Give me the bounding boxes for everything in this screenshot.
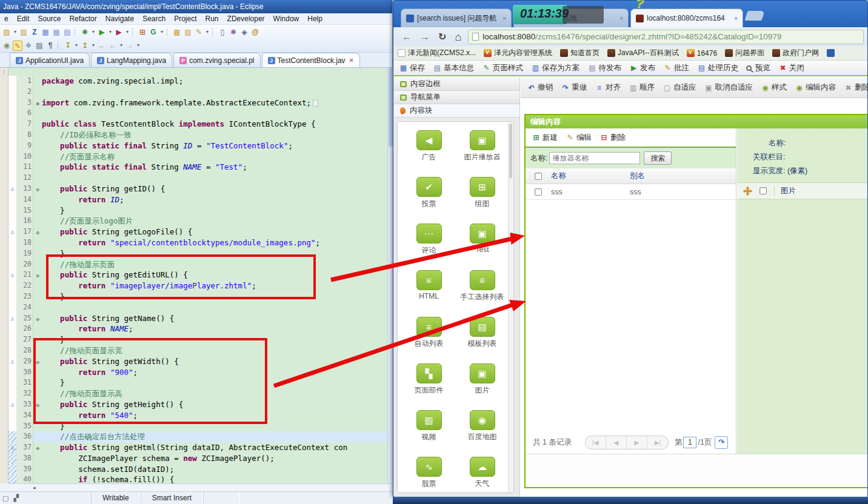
go-to-page-button[interactable]: ↷ (715, 436, 728, 449)
dialog-delete-button[interactable]: 删除 (599, 133, 626, 143)
dialog-title[interactable]: 编辑内容 (526, 115, 867, 128)
sidebar-section-内容边框[interactable]: 内容边框 (394, 78, 519, 91)
new-wizard-icon[interactable]: ▧ (2, 27, 12, 38)
menu-item-edit[interactable]: Edit (13, 15, 34, 23)
content-block-百度地图[interactable]: ◉百度地图 (456, 408, 509, 454)
content-block-股票[interactable]: ∿股票 (402, 454, 456, 493)
toolbar-basic-info-button[interactable]: 基本信息 (433, 63, 474, 73)
search-input[interactable] (549, 152, 640, 164)
link-editor-icon[interactable]: ❖ (24, 41, 33, 51)
dropdown-icon[interactable]: ▾ (91, 27, 96, 38)
prev-annotation-icon[interactable]: ↥ (80, 41, 90, 51)
next-page-button[interactable]: ▶ (627, 436, 647, 449)
select-all-checkbox[interactable] (535, 173, 542, 180)
debug-icon[interactable]: ✱ (80, 27, 90, 38)
toolbar-close-button[interactable]: 关闭 (778, 63, 804, 73)
dropdown-icon[interactable]: ▾ (74, 41, 79, 51)
new-tab-button[interactable] (744, 11, 764, 21)
fold-toggle-icon[interactable]: ⊖ (33, 443, 39, 454)
star-icon[interactable]: ✱ (229, 27, 238, 38)
fold-toggle-icon[interactable]: ⊖ (33, 314, 39, 325)
collapsed-view-strip[interactable]: ⁞ (0, 68, 8, 483)
grid-icon[interactable]: ⊞ (138, 27, 147, 38)
save-all-icon[interactable]: ▦ (52, 27, 61, 38)
bookmark-item[interactable]: 政府门户网 (772, 48, 819, 58)
content-block-手工选择列表[interactable]: ≡手工选择列表 (456, 268, 509, 314)
tab-close-icon[interactable]: × (502, 15, 506, 22)
edit-edit-content-button[interactable]: 编辑内容 (795, 82, 836, 93)
dropdown-icon[interactable]: ▾ (119, 41, 124, 51)
tab-close-icon[interactable]: ✕ (349, 57, 354, 64)
edit-delete-button[interactable]: 删除 (844, 82, 867, 93)
edit-undo-button[interactable]: 撤销 (527, 82, 553, 93)
edit-style-button[interactable]: 样式 (761, 82, 787, 93)
editor-tab-testcontentblock-jav[interactable]: JTestContentBlock.jav✕ (262, 53, 360, 67)
address-bar[interactable]: localhost:8080/zcms16476/special/designe… (468, 30, 864, 44)
run-icon[interactable]: ▶ (97, 27, 107, 38)
show-list-icon[interactable]: ▤ (35, 41, 44, 51)
content-block-图片播放器[interactable]: ▣图片播放器 (456, 128, 509, 174)
menu-item-refactor[interactable]: Refactor (65, 15, 101, 23)
prev-page-button[interactable]: ◀ (606, 436, 627, 449)
sidebar-section-导航菜单[interactable]: 导航菜单 (394, 91, 519, 104)
back-button[interactable]: ← (402, 32, 412, 42)
image-row-checkbox[interactable] (760, 187, 767, 194)
column-header-alias[interactable]: 别名 (630, 171, 736, 181)
next-annotation-icon[interactable]: ↧ (63, 41, 73, 51)
run-config-icon[interactable]: ▶ (114, 27, 124, 38)
bookmark-item[interactable]: JavaAPI--百科测试 (607, 48, 679, 58)
fold-toggle-icon[interactable]: ⊖ (33, 228, 39, 239)
toolbar-annotate-button[interactable]: 批注 (663, 63, 689, 73)
dropdown-icon[interactable]: ▾ (136, 41, 141, 51)
column-icon[interactable]: ▯ (218, 27, 227, 38)
content-block-HTML[interactable]: ≡HTML (402, 268, 456, 314)
last-page-button[interactable]: ▶| (647, 436, 668, 449)
eclipse-title-bar[interactable]: Java - ZCMS16476/JAVA/com/zving/special/… (0, 0, 392, 13)
dropdown-icon[interactable]: ▾ (159, 27, 164, 38)
toolbar-save-as-scheme-button[interactable]: 保存为方案 (531, 63, 580, 73)
sidebar-section-内容块[interactable]: 内容块 (394, 104, 519, 118)
content-block-Test[interactable]: ▣Test (456, 221, 509, 268)
editor-tab-com-zving-special-pl[interactable]: Pcom.zving.special.pl (173, 53, 260, 67)
column-header-name[interactable]: 名称 (551, 171, 630, 181)
toolbar-pending-publish-button[interactable]: 待发布 (588, 63, 622, 73)
folder-icon[interactable]: ▨ (183, 27, 193, 38)
browser-tab-3[interactable]: localhost:8080/zcms164× (630, 8, 743, 27)
menu-item-e[interactable]: e (0, 15, 13, 23)
fold-toggle-icon[interactable]: ⊖ (33, 185, 39, 196)
content-block-自动列表[interactable]: ≡自动列表 (402, 314, 456, 361)
outline-icon[interactable]: ▞ (13, 494, 18, 502)
edit-auto-fit-button[interactable]: 自适应 (663, 82, 696, 93)
browser-tab-1[interactable]: [search issues] 问题导航× (401, 8, 512, 27)
content-block-图片[interactable]: ▣图片 (456, 361, 509, 408)
dropdown-icon[interactable]: ▾ (125, 27, 130, 38)
tab-close-icon[interactable]: × (619, 15, 623, 22)
pencil-icon[interactable]: ✎ (194, 27, 204, 38)
fold-toggle-icon[interactable]: ⊖ (33, 271, 39, 282)
forward-icon[interactable]: → (125, 41, 135, 51)
edit-cancel-auto-fit-button[interactable]: 取消自适应 (704, 82, 753, 93)
move-icon[interactable] (743, 187, 752, 196)
bookmark-item[interactable] (827, 49, 837, 57)
tab-close-icon[interactable]: × (734, 15, 738, 22)
content-block-广告[interactable]: ◀广告 (402, 128, 456, 174)
mark-occurrences-icon[interactable]: ◉ (2, 41, 12, 51)
block-panel-scrollbar[interactable] (508, 122, 513, 493)
dropdown-icon[interactable]: ▾ (205, 27, 210, 38)
dropdown-icon[interactable]: ▾ (108, 27, 113, 38)
editor-tab-applicationui-java[interactable]: JApplicationUI.java (10, 53, 90, 67)
bookmark-item[interactable]: 问题界面 (725, 48, 764, 58)
generate-icon[interactable]: G (149, 27, 158, 38)
content-block-投票[interactable]: ✔投票 (402, 174, 456, 221)
menu-item-zdeveloper[interactable]: ZDeveloper (223, 15, 269, 23)
open-type-icon[interactable]: ▩ (172, 27, 182, 38)
content-block-评论[interactable]: ⋯评论 (402, 221, 456, 268)
toolbar-preview-button[interactable]: 预览 (746, 63, 770, 73)
menu-item-navigate[interactable]: Navigate (101, 15, 138, 23)
audio-icon[interactable]: ◈ (239, 27, 249, 38)
table-row[interactable]: ssssss (526, 184, 736, 200)
bookmark-item[interactable]: 知道首页 (560, 48, 599, 58)
content-block-模板列表[interactable]: ▤模板列表 (456, 314, 509, 361)
fold-toggle-icon[interactable]: ⊕ (33, 99, 39, 110)
content-block-组图[interactable]: ⊞组图 (456, 174, 509, 221)
